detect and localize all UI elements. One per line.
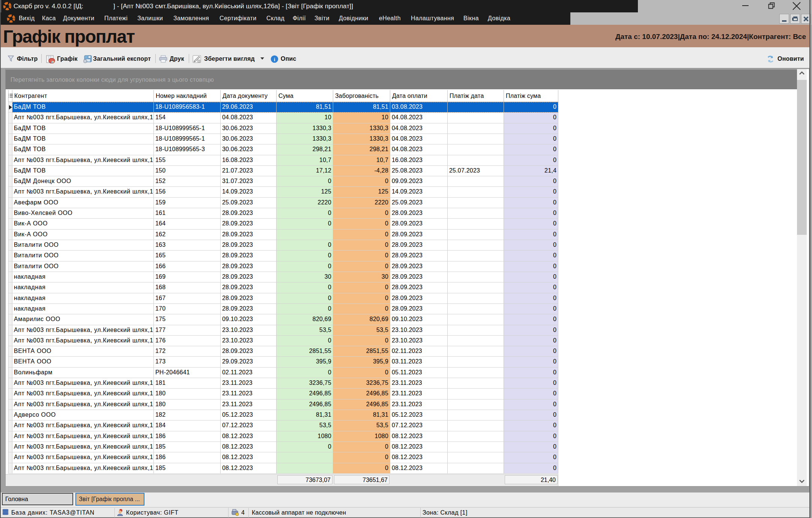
svg-text:i: i: [274, 57, 275, 62]
